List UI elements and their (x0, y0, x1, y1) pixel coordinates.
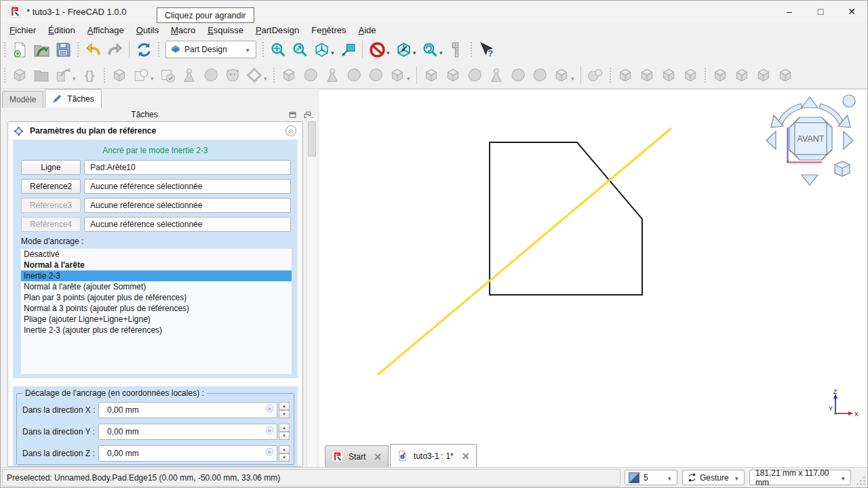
boolean-button[interactable] (585, 64, 606, 86)
tilt-down-arrow[interactable] (802, 175, 818, 185)
chamfer-button[interactable] (636, 64, 658, 86)
toolbar-handle[interactable] (77, 41, 79, 58)
toolbar-handle[interactable] (273, 67, 275, 83)
additive-pipe-button[interactable] (343, 64, 365, 86)
linear-pattern-button[interactable] (731, 64, 753, 86)
revolution-button[interactable] (300, 64, 321, 86)
line-reference-button-value[interactable]: Pad:Arête10 (84, 160, 291, 175)
mode-option-1[interactable]: Normal à l'arête (21, 260, 292, 270)
undo-button[interactable] (82, 39, 104, 60)
reference2-button-value[interactable]: Aucune référence sélectionnée (84, 179, 291, 194)
toolbar-handle[interactable] (3, 41, 6, 58)
menu-aide[interactable]: Aide (353, 24, 382, 37)
close-button[interactable]: ✕ (836, 1, 867, 22)
mode-option-7[interactable]: Inertie 2-3 (ajouter plus de références) (21, 325, 292, 336)
zoom-tools-button[interactable] (419, 39, 441, 60)
subtractive-loft-button[interactable] (486, 64, 507, 86)
menu-edition[interactable]: Édition (42, 24, 81, 37)
thickness-button[interactable] (679, 64, 701, 86)
create-varset-button[interactable]: {} (79, 64, 100, 86)
expression-icon[interactable]: fx (265, 426, 274, 434)
shape-binder-button[interactable] (200, 64, 222, 86)
subtractive-primitive-button[interactable] (551, 64, 572, 86)
cube-menu-button[interactable] (843, 95, 855, 107)
multitransform-button[interactable] (774, 64, 796, 86)
spin-down-icon[interactable]: ▼ (279, 432, 290, 440)
mirrored-button[interactable] (709, 64, 731, 86)
offset-input[interactable]: 0,00 mmfx (98, 402, 277, 418)
tab-modele[interactable]: Modèle (2, 91, 43, 108)
create-part-button[interactable] (9, 64, 31, 86)
spin-up-icon[interactable]: ▲ (279, 424, 290, 432)
fillet-button[interactable] (614, 64, 636, 86)
minimize-button[interactable]: – (774, 1, 805, 22)
menu-macro[interactable]: Macro (165, 24, 201, 37)
fit-selection-button[interactable] (289, 39, 311, 60)
chevron-down-icon[interactable]: ▾ (439, 49, 445, 56)
dock-window-icon[interactable] (288, 110, 297, 119)
tab-tuto3-1[interactable]: tuto3-1 : 1* ✕ (390, 444, 476, 467)
tilt-up-arrow[interactable] (802, 97, 818, 108)
toolbar-handle[interactable] (609, 67, 612, 83)
reference3-button-value[interactable]: Aucune référence sélectionnée (84, 198, 291, 213)
hole-button[interactable] (442, 64, 464, 86)
navigation-style-selector[interactable]: Gesture ▾ (682, 470, 745, 485)
spin-up-icon[interactable]: ▲ (279, 402, 290, 410)
line-reference-button[interactable]: Ligne (21, 160, 81, 175)
clone-button[interactable] (222, 64, 243, 86)
chevron-down-icon[interactable]: ▾ (264, 75, 269, 82)
workbench-selector[interactable]: Part Design▾ (165, 41, 256, 58)
chevron-down-icon[interactable]: ▾ (73, 75, 78, 82)
toolbar-handle[interactable] (470, 41, 473, 58)
mode-option-0[interactable]: Désactivé (21, 249, 292, 260)
spin-down-icon[interactable]: ▼ (279, 410, 290, 418)
pan-left-arrow[interactable] (766, 131, 776, 149)
close-tab-icon[interactable]: ✕ (462, 451, 470, 462)
pad-button[interactable] (278, 64, 300, 86)
antialiasing-selector[interactable]: 5 ▾ (625, 470, 677, 485)
datum-point-button[interactable] (178, 64, 200, 86)
polar-pattern-button[interactable] (753, 64, 774, 86)
draft-button[interactable] (658, 64, 679, 86)
zoom-box-button[interactable] (337, 39, 359, 60)
datum-plane-button[interactable] (243, 64, 265, 86)
offset-input[interactable]: 0,00 mmfx (98, 424, 277, 440)
mode-option-3[interactable]: Normal à l'arête (ajouter Sommet) (21, 281, 292, 292)
measure-button[interactable] (446, 39, 467, 60)
toolbar-handle[interactable] (262, 41, 264, 58)
create-body-button[interactable] (108, 64, 130, 86)
whats-this-button[interactable]: ? (475, 39, 497, 60)
groove-button[interactable] (464, 64, 486, 86)
spin-up-icon[interactable]: ▲ (279, 445, 290, 453)
menu-affichage[interactable]: Affichage (81, 24, 130, 37)
redo-button[interactable] (104, 39, 125, 60)
chevron-down-icon[interactable]: ▾ (331, 49, 336, 56)
menu-partdesign[interactable]: PartDesign (250, 24, 305, 37)
draw-style-button[interactable] (366, 39, 388, 60)
menu-fenetres[interactable]: Fenêtres (305, 24, 352, 37)
validate-sketch-button[interactable] (157, 64, 178, 86)
toolbar-handle[interactable] (704, 67, 707, 83)
additive-helix-button[interactable] (365, 64, 387, 86)
axonometric-view-button[interactable] (311, 39, 332, 60)
open-file-button[interactable] (31, 39, 52, 60)
mode-option-2[interactable]: Inertie 2-3 (21, 270, 292, 281)
create-sketch-button[interactable] (130, 64, 152, 86)
mode-option-5[interactable]: Normal à 3 points (ajouter plus de référ… (21, 303, 292, 314)
expression-icon[interactable]: fx (265, 404, 274, 413)
maximize-button[interactable]: □ (805, 1, 836, 22)
mode-option-6[interactable]: Pliage (ajouter Ligne+Ligne+Ligne) (21, 314, 292, 325)
fit-all-button[interactable] (267, 39, 289, 60)
menu-fichier[interactable]: Fichier (3, 24, 42, 37)
scrollbar-thumb[interactable] (308, 121, 316, 157)
menu-esquisse[interactable]: Esquisse (201, 24, 250, 37)
toolbar-handle[interactable] (3, 67, 6, 83)
pan-right-arrow[interactable] (844, 131, 853, 149)
navcube-front-label[interactable]: AVANT (797, 134, 825, 144)
additive-primitive-button[interactable] (387, 64, 408, 86)
tab-start[interactable]: Start ✕ (325, 445, 389, 467)
chevron-down-icon[interactable]: ▾ (151, 75, 156, 82)
subtractive-pipe-button[interactable] (507, 64, 529, 86)
panel-scrollbar[interactable] (307, 116, 317, 467)
collapse-icon[interactable] (285, 123, 297, 139)
